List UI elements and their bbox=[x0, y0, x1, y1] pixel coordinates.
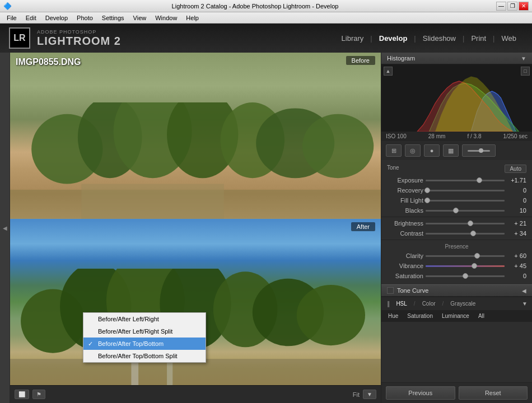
menu-view[interactable]: View bbox=[129, 13, 151, 22]
all-tab[interactable]: All bbox=[476, 312, 487, 320]
redeye-icon[interactable]: ● bbox=[424, 144, 440, 157]
lightroom-text: LIGHTROOM 2 bbox=[37, 35, 121, 48]
iso-info: ISO 100 bbox=[386, 133, 407, 139]
blacks-value: 10 bbox=[507, 207, 526, 214]
tone-curve-label: Tone Curve bbox=[397, 287, 428, 294]
tab-print[interactable]: Print bbox=[464, 33, 493, 44]
slider-tool-icon[interactable] bbox=[462, 144, 496, 157]
right-panel: Histogram ▼ ▲ □ bbox=[381, 53, 532, 403]
hsl-left-icon: ▐ bbox=[386, 301, 389, 307]
histogram-chart bbox=[381, 64, 532, 132]
svg-point-5 bbox=[256, 109, 334, 179]
bottom-toolbar: ⬜ ⚑ Fit ▼ bbox=[10, 385, 381, 403]
contrast-row: Contrast + 34 bbox=[381, 228, 532, 238]
ctx-left-right[interactable]: Before/After Left/Right bbox=[83, 313, 206, 325]
tab-library[interactable]: Library bbox=[335, 33, 371, 44]
tone-divider bbox=[381, 217, 532, 217]
svg-point-9 bbox=[21, 289, 85, 353]
recovery-label: Recovery bbox=[387, 187, 423, 194]
histogram-area: ▲ □ bbox=[381, 64, 532, 132]
exposure-label: Exposure bbox=[387, 177, 423, 184]
histogram-tl-btn[interactable]: ▲ bbox=[384, 67, 393, 76]
previous-button[interactable]: Previous bbox=[386, 386, 455, 400]
shutter-info: 1/250 sec bbox=[503, 133, 528, 139]
filllight-value: 0 bbox=[507, 197, 526, 204]
histogram-title: Histogram bbox=[387, 55, 415, 62]
contrast-value: + 34 bbox=[507, 230, 526, 237]
view-single-btn[interactable]: ⬜ bbox=[15, 390, 29, 399]
nav-tabs: Library | Develop | Slideshow | Print | … bbox=[335, 33, 523, 44]
spot-removal-icon[interactable]: ◎ bbox=[405, 144, 421, 157]
left-panel-toggle[interactable]: ◀ bbox=[0, 53, 10, 403]
menu-window[interactable]: Window bbox=[151, 13, 181, 22]
vibrance-row: Vibrance + 45 bbox=[381, 261, 532, 271]
saturation-tab[interactable]: Saturation bbox=[405, 312, 435, 320]
before-photo[interactable] bbox=[10, 53, 381, 219]
menu-settings[interactable]: Settings bbox=[97, 13, 129, 22]
clarity-value: + 60 bbox=[507, 252, 526, 259]
grad-filter-icon[interactable]: ▦ bbox=[443, 144, 459, 157]
tone-curve-arrow-icon: ◀ bbox=[522, 288, 526, 294]
minimize-button[interactable]: — bbox=[496, 2, 506, 11]
tab-slideshow[interactable]: Slideshow bbox=[416, 33, 463, 44]
view-flags-btn[interactable]: ⚑ bbox=[32, 390, 45, 399]
filllight-row: Fill Light 0 bbox=[381, 195, 532, 205]
tab-develop[interactable]: Develop bbox=[372, 33, 414, 44]
histogram-info: ISO 100 28 mm f / 3.8 1/250 sec bbox=[381, 132, 532, 141]
menu-help[interactable]: Help bbox=[181, 13, 203, 22]
after-panel: After Before/After Left/Right Before/Aft… bbox=[10, 219, 381, 385]
window-controls: — ❐ ✕ bbox=[496, 2, 529, 11]
histogram-header[interactable]: Histogram ▼ bbox=[381, 53, 532, 64]
svg-point-2 bbox=[114, 102, 192, 178]
close-button[interactable]: ✕ bbox=[519, 2, 529, 11]
clarity-slider[interactable] bbox=[426, 255, 505, 257]
crop-tool-icon[interactable]: ⊞ bbox=[386, 144, 402, 157]
vibrance-value: + 45 bbox=[507, 263, 526, 269]
after-label: After bbox=[351, 222, 375, 231]
tone-header-row: Tone Auto bbox=[381, 163, 532, 175]
recovery-value: 0 bbox=[507, 187, 526, 194]
tone-curve-header[interactable]: Tone Curve ◀ bbox=[381, 284, 532, 297]
blacks-row: Blacks 10 bbox=[381, 205, 532, 215]
left-arrow-icon: ◀ bbox=[3, 225, 7, 231]
center-panel: Before IMGP0855.DNG bbox=[10, 53, 381, 403]
brightness-slider[interactable] bbox=[426, 223, 505, 224]
menu-file[interactable]: File bbox=[2, 13, 21, 22]
ctx-top-bottom-split[interactable]: Before/After Top/Bottom Split bbox=[83, 350, 206, 362]
zoom-dropdown-btn[interactable]: ▼ bbox=[363, 390, 376, 399]
blacks-slider[interactable] bbox=[426, 210, 505, 212]
ctx-left-right-split[interactable]: Before/After Left/Right Split bbox=[83, 325, 206, 338]
hsl-tab[interactable]: HSL bbox=[394, 299, 409, 308]
tone-curve-collapse-icon bbox=[387, 287, 394, 294]
menu-edit[interactable]: Edit bbox=[21, 13, 41, 22]
exposure-slider[interactable] bbox=[426, 180, 505, 181]
restore-button[interactable]: ❐ bbox=[507, 2, 517, 11]
saturation-slider[interactable] bbox=[426, 275, 505, 277]
focal-info: 28 mm bbox=[428, 133, 446, 139]
exposure-row: Exposure +1.71 bbox=[381, 175, 532, 185]
reset-button[interactable]: Reset bbox=[459, 386, 528, 400]
window-title: Lightroom 2 Catalog - Adobe Photoshop Li… bbox=[14, 3, 496, 10]
recovery-slider[interactable] bbox=[426, 190, 505, 191]
color-tab[interactable]: Color bbox=[420, 299, 438, 308]
menu-develop[interactable]: Develop bbox=[41, 13, 72, 22]
vibrance-slider[interactable] bbox=[426, 265, 505, 267]
zoom-label: Fit bbox=[353, 391, 360, 398]
luminance-tab[interactable]: Luminance bbox=[440, 312, 472, 320]
contrast-slider[interactable] bbox=[426, 233, 505, 235]
lr-logo: LR bbox=[9, 27, 30, 49]
hue-tab[interactable]: Hue bbox=[386, 312, 400, 320]
menu-photo[interactable]: Photo bbox=[72, 13, 97, 22]
histogram-tr-btn[interactable]: □ bbox=[521, 67, 530, 76]
blacks-label: Blacks bbox=[387, 207, 423, 214]
filllight-slider[interactable] bbox=[426, 200, 505, 202]
grayscale-tab[interactable]: Grayscale bbox=[448, 299, 478, 308]
ctx-top-bottom[interactable]: Before/After Top/Bottom bbox=[83, 338, 206, 350]
svg-point-0 bbox=[31, 114, 102, 184]
tone-section: Tone Auto Exposure +1.71 Recovery 0 bbox=[381, 160, 532, 284]
tab-web[interactable]: Web bbox=[495, 33, 524, 44]
before-panel: Before IMGP0855.DNG bbox=[10, 53, 381, 219]
adobe-text: ADOBE PHOTOSHOP bbox=[37, 29, 121, 35]
auto-button[interactable]: Auto bbox=[505, 165, 526, 173]
branding: ADOBE PHOTOSHOP LIGHTROOM 2 bbox=[37, 29, 121, 48]
